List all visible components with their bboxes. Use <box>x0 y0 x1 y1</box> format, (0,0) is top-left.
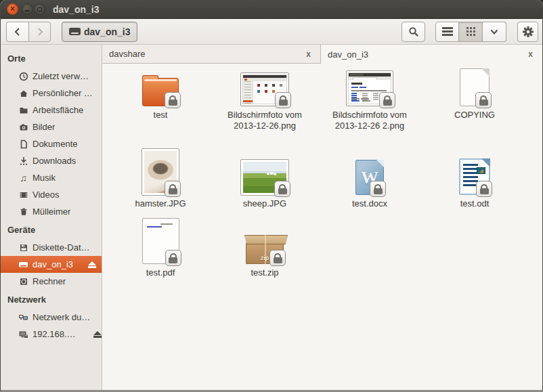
tab-label: dav_on_i3 <box>328 49 525 60</box>
lock-emblem-icon <box>275 92 291 108</box>
lock-emblem-icon <box>475 92 492 108</box>
forward-chevron-icon <box>35 27 45 37</box>
sidebar-item-home[interactable]: Persönlicher … <box>1 85 102 102</box>
titlebar[interactable]: × dav_on_i3 <box>1 0 542 19</box>
list-view-button[interactable] <box>435 22 459 42</box>
file-item-hamster[interactable]: hamster.JPG <box>113 148 208 209</box>
sidebar-item-label: Downloads <box>32 156 76 166</box>
file-manager-window: × dav_on_i3 dav_on_i3 <box>0 0 543 392</box>
lock-emblem-icon <box>476 181 492 197</box>
tab-davshare[interactable]: davshare x <box>102 45 321 64</box>
sidebar-item-trash[interactable]: Mülleimer <box>1 203 102 220</box>
sidebar-item-desktop[interactable]: Arbeitsfläche <box>1 102 102 118</box>
sidebar-header-places: Orte <box>1 49 102 68</box>
view-options-dropdown[interactable] <box>483 22 506 42</box>
sidebar-item-pictures[interactable]: Bilder <box>1 118 102 135</box>
sidebar-item-label: Bilder <box>32 122 55 132</box>
location-button[interactable]: dav_on_i3 <box>62 22 137 42</box>
file-item-sheep[interactable]: sheep.JPG <box>217 148 312 209</box>
file-item-copying[interactable]: COPYING <box>427 68 522 121</box>
file-item-pdf[interactable]: test.pdf <box>113 217 208 278</box>
clock-icon <box>18 71 28 81</box>
home-icon <box>18 88 28 98</box>
desktop-folder-icon <box>18 105 28 115</box>
computer-icon <box>18 276 28 286</box>
sidebar-item-music[interactable]: ♫ Musik <box>1 169 102 186</box>
back-chevron-icon <box>13 27 22 37</box>
close-icon: × <box>10 5 15 13</box>
file-name: test.pdf <box>146 267 175 278</box>
eject-button[interactable] <box>93 331 102 338</box>
lock-emblem-icon <box>370 181 386 197</box>
tab-dav-on-i3[interactable]: dav_on_i3 x <box>321 45 542 64</box>
back-button[interactable] <box>6 22 28 42</box>
tab-bar: davshare x dav_on_i3 x <box>102 45 542 64</box>
file-name: sheep.JPG <box>243 198 286 209</box>
sidebar-item-floppy[interactable]: Diskette-Dat… <box>1 239 102 256</box>
maximize-icon <box>37 7 42 12</box>
sidebar-item-downloads[interactable]: Downloads <box>1 152 102 169</box>
sidebar-item-documents[interactable]: Dokumente <box>1 135 102 152</box>
grid-view-icon <box>466 27 469 29</box>
sidebar-item-label: Persönlicher … <box>32 88 93 98</box>
file-item-docx[interactable]: W test.docx <box>322 148 417 209</box>
document-icon <box>18 139 28 149</box>
sidebar-item-recent[interactable]: Zuletzt verw… <box>1 68 102 85</box>
sidebar-item-videos[interactable]: Videos <box>1 186 102 203</box>
sidebar-item-dav-on-i3[interactable]: dav_on_i3 <box>1 256 102 273</box>
lock-emblem-icon <box>165 250 181 266</box>
sidebar-item-label: Musik <box>32 173 56 183</box>
grid-view-button[interactable] <box>459 22 483 42</box>
file-item-test-folder[interactable]: test <box>113 68 208 121</box>
location-label: dav_on_i3 <box>84 26 130 37</box>
lock-emblem-icon <box>269 250 286 266</box>
toolbar: dav_on_i3 <box>1 19 542 45</box>
sidebar-item-computer[interactable]: Rechner <box>1 273 102 290</box>
file-name: hamster.JPG <box>135 198 186 209</box>
search-icon <box>408 26 419 37</box>
file-item-odt[interactable]: test.odt <box>427 148 522 209</box>
minimize-window-button[interactable] <box>22 3 33 15</box>
file-name: test <box>154 110 168 121</box>
sidebar: Orte Zuletzt verw… Persönlicher … Arbeit… <box>1 45 102 390</box>
sidebar-item-network-browse[interactable]: Netzwerk du… <box>1 309 102 326</box>
forward-button[interactable] <box>28 22 51 42</box>
music-icon: ♫ <box>18 173 28 183</box>
remote-server-icon <box>18 329 28 339</box>
maximize-window-button[interactable] <box>34 3 45 15</box>
sidebar-item-remote-server[interactable]: 192.168.… <box>1 326 102 343</box>
content-pane: davshare x dav_on_i3 x test <box>102 45 542 390</box>
window-title: dav_on_i3 <box>53 4 99 15</box>
lock-emblem-icon <box>379 92 395 108</box>
tab-close-icon[interactable]: x <box>303 48 313 60</box>
view-toggle-group <box>435 22 506 42</box>
list-view-icon <box>442 27 453 29</box>
settings-button[interactable] <box>517 22 538 42</box>
file-item-screenshot-1[interactable]: Bildschirmfoto vom 2013-12-26.png <box>217 68 312 131</box>
film-icon <box>18 190 28 200</box>
sidebar-item-label: Rechner <box>32 276 66 286</box>
file-name: Bildschirmfoto vom 2013-12-26.png <box>218 110 311 131</box>
sidebar-item-label: Zuletzt verw… <box>32 71 89 81</box>
tab-close-icon[interactable]: x <box>525 48 536 60</box>
trash-icon <box>18 206 28 217</box>
eject-button[interactable] <box>88 261 96 268</box>
close-window-button[interactable]: × <box>7 3 18 15</box>
lock-emblem-icon <box>165 181 181 197</box>
file-item-screenshot-2[interactable]: Bildschirmfoto vom 2013-12-26 2.png <box>322 68 417 131</box>
sidebar-header-network: Netzwerk <box>1 290 102 309</box>
sidebar-item-label: dav_on_i3 <box>32 259 73 269</box>
search-button[interactable] <box>401 22 425 42</box>
file-name: test.docx <box>352 198 387 209</box>
file-name: test.zip <box>251 267 278 278</box>
main-area: Orte Zuletzt verw… Persönlicher … Arbeit… <box>1 45 542 390</box>
floppy-icon <box>18 242 28 253</box>
sidebar-item-label: Mülleimer <box>32 206 70 217</box>
sidebar-item-label: Netzwerk du… <box>32 312 90 322</box>
network-icon <box>18 312 28 322</box>
sidebar-item-label: Diskette-Dat… <box>32 242 90 253</box>
file-grid[interactable]: test Bildschirmfoto vom 2013-12-26.png <box>102 64 542 390</box>
file-item-zip[interactable]: zip test.zip <box>217 217 312 278</box>
sidebar-item-label: 192.168.… <box>32 329 76 339</box>
tab-label: davshare <box>109 49 303 59</box>
